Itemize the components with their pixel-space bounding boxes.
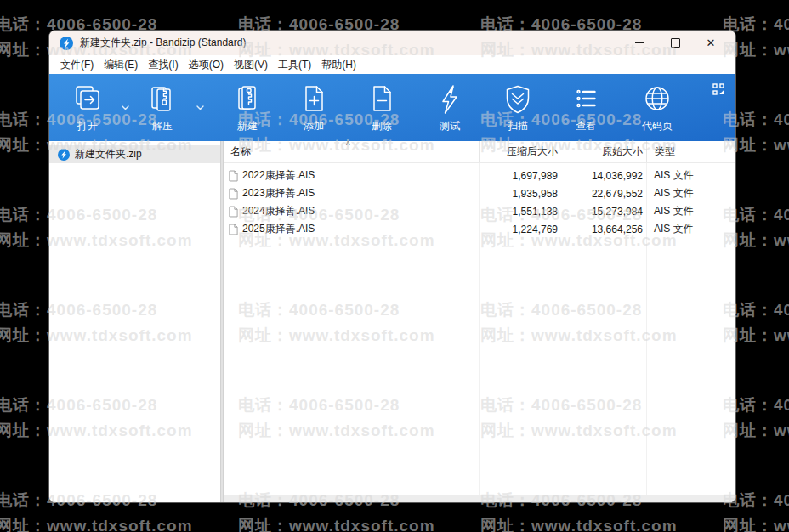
file-page-icon — [229, 188, 238, 200]
file-original-size: 14,036,992 — [565, 167, 646, 184]
add-file-icon — [297, 82, 331, 116]
file-type: AIS 文件 — [646, 167, 735, 184]
toolbar-button-label: 解压 — [152, 119, 173, 133]
table-row[interactable]: 2025康择善.AIS 1,224,769 13,664,256 AIS 文件 — [224, 220, 735, 238]
toolbar-button-label: 代码页 — [642, 119, 673, 133]
chevron-down-icon — [196, 105, 204, 110]
file-type: AIS 文件 — [646, 220, 735, 238]
toolbar-button-label: 添加 — [304, 119, 324, 133]
menu-edit[interactable]: 编辑(E) — [99, 55, 143, 74]
watermark-text: 网址：www.tdxsoft.com — [0, 517, 193, 532]
list-header: ∧ 名称 压缩后大小 原始大小 类型 — [224, 141, 735, 163]
file-type: AIS 文件 — [646, 184, 735, 202]
bandizip-logo-icon — [58, 149, 70, 161]
menu-file[interactable]: 文件(F) — [55, 55, 99, 74]
open-archive-icon — [71, 82, 105, 116]
menu-options[interactable]: 选项(O) — [184, 55, 229, 74]
close-icon[interactable]: ✕ — [693, 31, 729, 55]
toolbar-button-label: 删除 — [372, 119, 392, 133]
file-rows: 2022康择善.AIS 1,697,989 14,036,992 AIS 文件 … — [224, 163, 735, 238]
window-controls: ✕ — [622, 31, 729, 55]
watermark-text: 网址：www.tdxsoft.com — [480, 517, 678, 532]
tree-item-archive-root[interactable]: 新建文件夹.zip — [49, 145, 220, 163]
table-row[interactable]: 2024康择善.AIS 1,551,138 15,273,984 AIS 文件 — [224, 202, 735, 220]
chevron-down-icon — [122, 105, 129, 110]
file-name: 2024康择善.AIS — [242, 204, 315, 218]
customize-toolbar-icon[interactable] — [712, 83, 724, 95]
extract-dropdown-button[interactable] — [189, 82, 211, 133]
maximize-icon[interactable] — [657, 31, 693, 55]
watermark-text: 网址：www.tdxsoft.com — [723, 517, 789, 532]
file-original-size: 15,273,984 — [565, 202, 646, 220]
toolbar-button-label: 查看 — [576, 119, 596, 133]
extract-icon — [145, 82, 179, 116]
new-archive-icon — [230, 82, 264, 116]
menu-view[interactable]: 视图(V) — [229, 55, 273, 74]
test-button[interactable]: 测试 — [423, 82, 476, 133]
bandizip-window: 新建文件夹.zip - Bandizip (Standard) ✕ 文件(F) … — [48, 30, 736, 503]
menu-bar: 文件(F) 编辑(E) 查找(I) 选项(O) 视图(V) 工具(T) 帮助(H… — [49, 55, 735, 74]
view-button[interactable]: 查看 — [559, 82, 612, 133]
file-name: 2022康择善.AIS — [242, 168, 315, 183]
file-packed-size: 1,224,769 — [479, 220, 565, 238]
add-button[interactable]: 添加 — [287, 82, 340, 133]
table-row[interactable]: 2023康择善.AIS 1,935,958 22,679,552 AIS 文件 — [224, 184, 735, 202]
table-row[interactable]: 2022康择善.AIS 1,697,989 14,036,992 AIS 文件 — [224, 167, 735, 184]
file-page-icon — [229, 206, 238, 218]
file-list-panel: ∧ 名称 压缩后大小 原始大小 类型 2022康择善.AIS 1,697,989… — [224, 141, 735, 502]
scan-icon — [501, 82, 535, 116]
file-original-size: 13,664,256 — [565, 220, 646, 238]
column-header-packed-size[interactable]: 压缩后大小 — [479, 141, 565, 162]
file-name: 2025康择善.AIS — [242, 222, 315, 236]
minimize-icon[interactable] — [622, 31, 657, 55]
tree-item-label: 新建文件夹.zip — [75, 147, 142, 161]
delete-file-icon — [365, 82, 399, 116]
watermark-text: 网址：www.tdxsoft.com — [238, 517, 435, 532]
content-area: 新建文件夹.zip ∧ 名称 压缩后大小 原始大小 类型 2022康择善.AIS — [49, 141, 735, 502]
test-icon — [433, 82, 467, 116]
menu-help[interactable]: 帮助(H) — [316, 55, 361, 74]
toolbar-button-label: 测试 — [440, 119, 460, 133]
title-bar[interactable]: 新建文件夹.zip - Bandizip (Standard) ✕ — [49, 31, 735, 55]
horizontal-scrollbar[interactable] — [224, 495, 735, 502]
file-packed-size: 1,551,138 — [479, 202, 565, 220]
new-archive-button[interactable]: 新建 — [221, 82, 274, 133]
toolbar: 打开 解压 新建 — [49, 74, 735, 141]
extract-button[interactable]: 解压 — [136, 82, 189, 133]
file-name: 2023康择善.AIS — [242, 186, 315, 201]
file-packed-size: 1,697,989 — [479, 167, 565, 184]
column-header-original-size[interactable]: 原始大小 — [565, 141, 646, 162]
scan-button[interactable]: 扫描 — [491, 82, 544, 133]
open-dropdown-button[interactable] — [114, 82, 136, 133]
toolbar-button-label: 新建 — [237, 119, 258, 133]
codepage-icon — [640, 82, 674, 116]
column-header-type[interactable]: 类型 — [646, 141, 735, 162]
delete-button[interactable]: 删除 — [355, 82, 408, 133]
codepage-button[interactable]: 代码页 — [627, 82, 687, 133]
toolbar-button-label: 打开 — [77, 119, 98, 133]
file-original-size: 22,679,552 — [565, 184, 646, 202]
menu-find[interactable]: 查找(I) — [143, 55, 183, 74]
open-button[interactable]: 打开 — [61, 82, 114, 133]
toolbar-button-label: 扫描 — [508, 119, 528, 133]
view-icon — [569, 82, 603, 116]
column-header-name[interactable]: 名称 — [224, 141, 479, 162]
menu-tools[interactable]: 工具(T) — [273, 55, 316, 74]
file-packed-size: 1,935,958 — [479, 184, 565, 202]
file-page-icon — [229, 224, 238, 235]
archive-tree-panel: 新建文件夹.zip — [49, 141, 220, 502]
window-title: 新建文件夹.zip - Bandizip (Standard) — [80, 36, 246, 50]
sort-ascending-icon: ∧ — [345, 139, 351, 147]
file-page-icon — [229, 170, 238, 182]
screenshot-root: { "window": { "title": "新建文件夹.zip - Band… — [0, 0, 789, 532]
bandizip-logo-icon — [60, 37, 73, 50]
file-type: AIS 文件 — [646, 202, 735, 220]
